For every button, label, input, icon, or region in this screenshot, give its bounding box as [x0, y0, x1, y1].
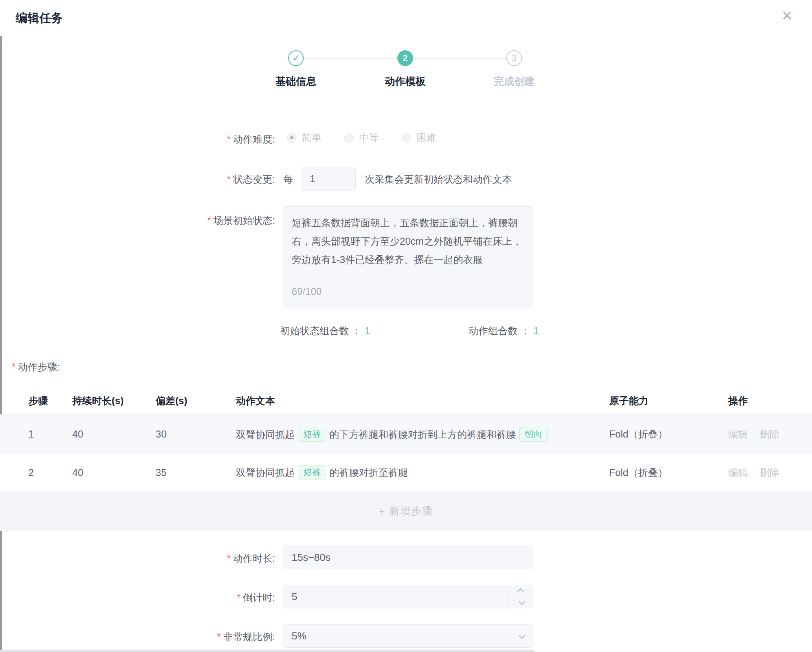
countdown-value: 5 [292, 591, 297, 603]
delete-button[interactable]: 删除 [760, 466, 779, 479]
radio-easy[interactable]: 简单 [287, 131, 321, 144]
row1-operations: 编辑 删除 [728, 428, 808, 441]
header-operations: 操作 [728, 394, 808, 407]
radio-hard-label: 困难 [417, 131, 436, 144]
chevron-up-icon [517, 588, 524, 595]
add-step-band: + 新增步骤 [0, 491, 812, 531]
initial-combo-value: 1 [365, 325, 370, 336]
table-row: 1 40 30 双臂协同抓起短裤的下方裤腿和裤腰对折到上方的裤腿和裤腰朝向 Fo… [0, 415, 812, 454]
header-duration: 持续时长(s) [72, 394, 156, 407]
chevron-down-icon [519, 632, 525, 639]
unusual-ratio-value: 5% [292, 630, 307, 642]
action-steps-section-label: *动作步骤: [12, 361, 60, 374]
radio-medium[interactable]: 中等 [344, 131, 379, 144]
required-asterisk: * [227, 134, 231, 145]
duration-label: *动作时长: [227, 552, 275, 565]
table-row: 2 40 35 双臂协同抓起短裤的裤腰对折至裤腿 Fold（折叠） 编辑 删除 [0, 454, 812, 491]
row2-deviation: 35 [156, 467, 236, 478]
row2-ability: Fold（折叠） [609, 466, 728, 479]
dialog-header: 编辑任务 × [0, 0, 812, 36]
row2-duration: 40 [72, 467, 156, 478]
header-atomic-ability: 原子能力 [609, 394, 728, 407]
edit-button[interactable]: 编辑 [728, 466, 748, 479]
row1-deviation: 30 [156, 429, 236, 440]
radio-medium-circle-icon [344, 133, 354, 143]
row1-duration: 40 [72, 429, 156, 440]
countdown-input[interactable]: 5 [283, 585, 533, 608]
step-label-finish-create: 完成创建 [467, 75, 561, 88]
state-change-prefix: 每 [283, 173, 293, 186]
stepper-connector-2 [414, 58, 506, 59]
object-tag: 短裤 [298, 427, 326, 442]
row1-ability: Fold（折叠） [609, 428, 728, 441]
action-combo-count: 动作组合数 ：1 [468, 324, 539, 337]
header-action-text: 动作文本 [236, 394, 609, 407]
number-spinner [509, 585, 533, 608]
unusual-ratio-label: *非常规比例: [217, 630, 275, 643]
close-icon[interactable]: × [782, 6, 792, 24]
difficulty-label: *动作难度: [227, 133, 275, 146]
object-tag: 短裤 [298, 465, 326, 480]
state-change-count-value: 1 [310, 173, 315, 185]
radio-hard[interactable]: 困难 [402, 131, 436, 144]
spinner-increase-button[interactable] [509, 585, 533, 597]
header-step: 步骤 [28, 394, 72, 407]
row2-action-text: 双臂协同抓起短裤的裤腰对折至裤腿 [236, 465, 609, 480]
step-1-check-icon: ✓ [288, 50, 304, 66]
step-2-circle: 2 [397, 50, 413, 66]
chevron-down-icon [519, 599, 525, 605]
stepper-connector-1 [305, 58, 397, 59]
table-header-row: 步骤 持续时长(s) 偏差(s) 动作文本 原子能力 操作 [0, 387, 812, 414]
step-3-circle: 3 [506, 50, 522, 66]
orientation-tag: 朝向 [519, 427, 547, 442]
state-change-count-input[interactable]: 1 [301, 167, 356, 190]
row2-operations: 编辑 删除 [728, 466, 808, 479]
delete-button[interactable]: 删除 [760, 428, 779, 441]
header-deviation: 偏差(s) [156, 394, 236, 407]
char-counter: 69/100 [292, 282, 321, 301]
countdown-label: *倒计时: [237, 591, 275, 604]
initial-state-label: *场景初始状态: [207, 214, 275, 227]
radio-hard-circle-icon [402, 133, 411, 143]
initial-combo-count: 初始状态组合数 ：1 [280, 324, 370, 337]
row1-step: 1 [28, 429, 72, 440]
state-change-label: *状态变更: [227, 173, 275, 186]
edit-button[interactable]: 编辑 [728, 428, 748, 441]
state-change-suffix: 次采集会更新初始状态和动作文本 [365, 173, 512, 186]
duration-value: 15s~80s [292, 551, 331, 564]
bottom-scrollbar[interactable] [0, 650, 535, 652]
initial-state-text: 短裤五条数据背面朝上，五条数据正面朝上，裤腰朝右，离头部视野下方至少20cm之外… [292, 217, 522, 265]
edit-task-dialog: 编辑任务 × ✓ 2 3 基础信息 动作模板 完成创建 *动作难度: 简单 中等… [0, 0, 812, 652]
step-label-action-template: 动作模板 [358, 75, 452, 88]
dialog-left-edge [0, 0, 2, 652]
add-step-button[interactable]: + 新增步骤 [379, 504, 433, 518]
radio-easy-label: 简单 [302, 131, 321, 144]
radio-medium-label: 中等 [359, 131, 379, 144]
difficulty-radio-group: 简单 中等 困难 [287, 131, 436, 144]
dialog-title: 编辑任务 [16, 10, 63, 26]
row2-step: 2 [28, 467, 72, 478]
radio-easy-circle-icon [287, 133, 296, 143]
step-label-basic-info: 基础信息 [249, 75, 343, 88]
row1-action-text: 双臂协同抓起短裤的下方裤腿和裤腰对折到上方的裤腿和裤腰朝向 [236, 427, 609, 442]
duration-input[interactable]: 15s~80s [283, 546, 533, 569]
action-combo-value: 1 [533, 325, 539, 336]
unusual-ratio-select[interactable]: 5% [283, 624, 533, 648]
spinner-decrease-button[interactable] [509, 597, 533, 609]
initial-state-textarea[interactable]: 短裤五条数据背面朝上，五条数据正面朝上，裤腰朝右，离头部视野下方至少20cm之外… [283, 206, 533, 308]
